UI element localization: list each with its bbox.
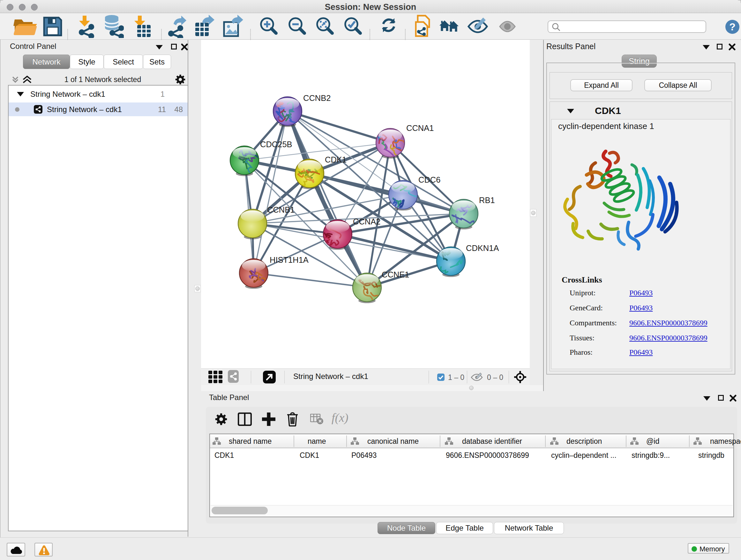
svg-text:CDC25B: CDC25B — [260, 140, 292, 149]
svg-text:CDK1: CDK1 — [325, 155, 347, 164]
svg-text:CCNB1: CCNB1 — [267, 205, 294, 214]
svg-text:CCNB2: CCNB2 — [303, 94, 331, 103]
svg-text:RB1: RB1 — [479, 196, 495, 205]
svg-text:CCNA1: CCNA1 — [406, 124, 434, 132]
svg-text:?: ? — [729, 21, 736, 33]
svg-text:HIST1H1A: HIST1H1A — [270, 255, 309, 264]
svg-text:CCNA2: CCNA2 — [353, 217, 381, 226]
svg-text:CCNE1: CCNE1 — [382, 270, 409, 279]
svg-text:CDC6: CDC6 — [418, 175, 441, 184]
svg-text:CDKN1A: CDKN1A — [466, 244, 499, 253]
